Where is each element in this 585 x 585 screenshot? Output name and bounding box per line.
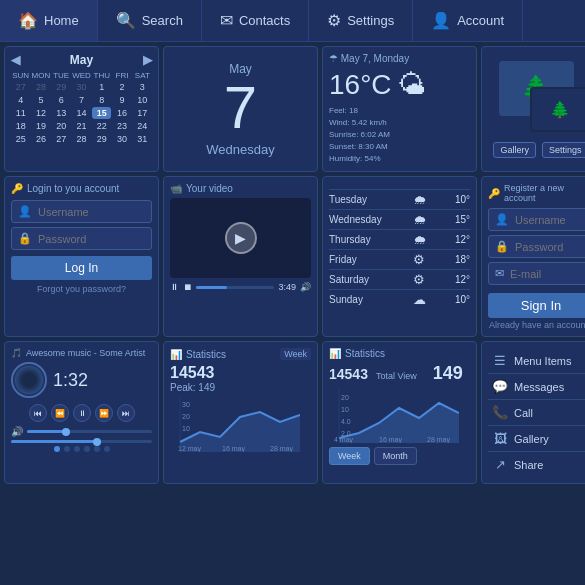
cal-day[interactable]: 22 <box>92 120 111 132</box>
cal-day[interactable]: 10 <box>133 94 152 106</box>
cal-day[interactable]: 14 <box>72 107 91 119</box>
dot-3[interactable] <box>74 446 80 452</box>
cal-day[interactable]: 6 <box>52 94 71 106</box>
menu-widget: ☰ Menu Items 💬 Messages 📞 Call 🖼 Gallery… <box>481 341 585 484</box>
stop-icon[interactable]: ⏹ <box>183 282 192 292</box>
cal-day[interactable]: 21 <box>72 120 91 132</box>
weather-feel: Feel: 18 <box>329 105 470 117</box>
reg-email-input[interactable] <box>510 268 585 280</box>
nav-contacts[interactable]: ✉ Contacts <box>202 0 309 41</box>
nav-search-label: Search <box>142 13 183 28</box>
dot-6[interactable] <box>104 446 110 452</box>
video-controls: ⏸ ⏹ 3:49 🔊 <box>170 282 311 292</box>
cal-day[interactable]: 19 <box>31 120 50 132</box>
username-field[interactable]: 👤 <box>11 200 152 223</box>
cal-day[interactable]: 16 <box>112 107 131 119</box>
cal-day[interactable]: 28 <box>72 133 91 145</box>
tab-week[interactable]: Week <box>329 447 370 465</box>
cal-day[interactable]: 26 <box>31 133 50 145</box>
cal-day[interactable]: 11 <box>11 107 30 119</box>
cal-day[interactable]: 27 <box>52 133 71 145</box>
dot-5[interactable] <box>94 446 100 452</box>
cal-day[interactable]: 12 <box>31 107 50 119</box>
login-button[interactable]: Log In <box>11 256 152 280</box>
messages-icon: 💬 <box>492 379 508 394</box>
music-slider[interactable] <box>27 430 152 433</box>
weather-sunrise: Sunrise: 6:02 AM <box>329 129 470 141</box>
cal-next[interactable]: ▶ <box>143 53 152 67</box>
cal-day[interactable]: 24 <box>133 120 152 132</box>
svg-text:2.0: 2.0 <box>341 430 351 437</box>
cal-prev[interactable]: ◀ <box>11 53 20 67</box>
cal-day[interactable]: 8 <box>92 94 111 106</box>
cal-today[interactable]: 15 <box>92 107 111 119</box>
menu-gallery-item[interactable]: 🖼 Gallery <box>488 425 585 451</box>
cal-day[interactable]: 7 <box>72 94 91 106</box>
photo-settings-button[interactable]: Settings <box>542 142 585 158</box>
menu-messages-item[interactable]: 💬 Messages <box>488 373 585 399</box>
cal-day[interactable]: 30 <box>72 81 91 93</box>
nav-search[interactable]: 🔍 Search <box>98 0 202 41</box>
next-button[interactable]: ⏭ <box>117 404 135 422</box>
cal-day[interactable]: 9 <box>112 94 131 106</box>
rewind-button[interactable]: ⏪ <box>51 404 69 422</box>
volume-icon[interactable]: 🔊 <box>300 282 311 292</box>
stats-peak: Peak: 149 <box>170 382 311 393</box>
cal-day[interactable]: 2 <box>112 81 131 93</box>
reg-username-input[interactable] <box>515 214 585 226</box>
cal-day[interactable]: 1 <box>92 81 111 93</box>
forward-button[interactable]: ⏩ <box>95 404 113 422</box>
volume-slider-container <box>11 440 152 443</box>
dot-4[interactable] <box>84 446 90 452</box>
forgot-password-link[interactable]: Forgot you password? <box>11 284 152 294</box>
cal-day[interactable]: 25 <box>11 133 30 145</box>
username-input[interactable] <box>38 206 145 218</box>
top-navigation: 🏠 Home 🔍 Search ✉ Contacts ⚙ Settings 👤 … <box>0 0 585 42</box>
stats-period[interactable]: Week <box>280 348 311 360</box>
volume-slider[interactable] <box>11 440 152 443</box>
forecast-tuesday: Tuesday 🌧 10° <box>329 189 470 209</box>
nav-contacts-label: Contacts <box>239 13 290 28</box>
pause-icon[interactable]: ⏸ <box>170 282 179 292</box>
music-pause-button[interactable]: ⏸ <box>73 404 91 422</box>
menu-call-item[interactable]: 📞 Call <box>488 399 585 425</box>
play-button[interactable]: ▶ <box>225 222 257 254</box>
cal-day[interactable]: 23 <box>112 120 131 132</box>
already-account-link[interactable]: Already have an account? <box>488 320 585 330</box>
reg-email-field[interactable]: ✉ <box>488 262 585 285</box>
cal-day[interactable]: 4 <box>11 94 30 106</box>
forecast-tuesday-temp: 10° <box>455 194 470 205</box>
reg-password-input[interactable] <box>515 241 585 253</box>
dot-1[interactable] <box>54 446 60 452</box>
nav-account-label: Account <box>457 13 504 28</box>
menu-share-item[interactable]: ↗ Share <box>488 451 585 477</box>
cal-day[interactable]: 29 <box>92 133 111 145</box>
prev-button[interactable]: ⏮ <box>29 404 47 422</box>
signin-button[interactable]: Sign In <box>488 293 585 318</box>
tab-month[interactable]: Month <box>374 447 417 465</box>
cal-day[interactable]: 5 <box>31 94 50 106</box>
cal-day[interactable]: 29 <box>52 81 71 93</box>
gallery-button[interactable]: Gallery <box>493 142 536 158</box>
cal-day[interactable]: 3 <box>133 81 152 93</box>
music-time: 1:32 <box>53 370 88 391</box>
cal-day[interactable]: 17 <box>133 107 152 119</box>
nav-settings[interactable]: ⚙ Settings <box>309 0 413 41</box>
cal-day[interactable]: 20 <box>52 120 71 132</box>
cal-day[interactable]: 13 <box>52 107 71 119</box>
dot-2[interactable] <box>64 446 70 452</box>
nav-account[interactable]: 👤 Account <box>413 0 523 41</box>
cal-day[interactable]: 30 <box>112 133 131 145</box>
photo-secondary: 🌲 <box>530 87 586 132</box>
cal-day[interactable]: 31 <box>133 133 152 145</box>
cal-day[interactable]: 28 <box>31 81 50 93</box>
cal-day[interactable]: 18 <box>11 120 30 132</box>
cal-day[interactable]: 27 <box>11 81 30 93</box>
password-input[interactable] <box>38 233 145 245</box>
reg-username-field[interactable]: 👤 <box>488 208 585 231</box>
nav-home[interactable]: 🏠 Home <box>0 0 98 41</box>
menu-items-item[interactable]: ☰ Menu Items <box>488 348 585 373</box>
reg-password-field[interactable]: 🔒 <box>488 235 585 258</box>
video-progress[interactable] <box>196 286 274 289</box>
password-field[interactable]: 🔒 <box>11 227 152 250</box>
